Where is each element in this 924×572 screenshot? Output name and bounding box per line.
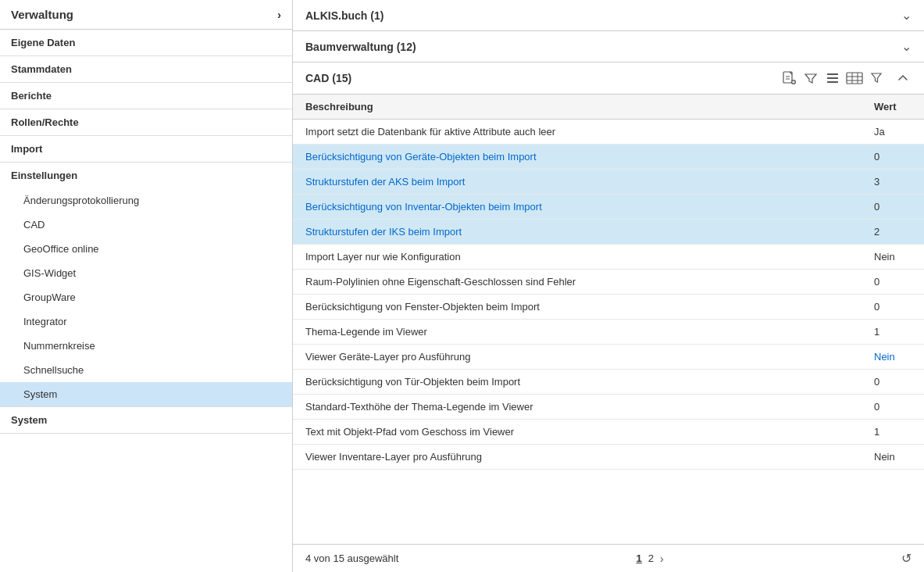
cell-beschreibung[interactable]: Berücksichtigung von Inventar-Objekten b… xyxy=(293,195,862,220)
cad-toolbar xyxy=(780,70,885,87)
svg-rect-9 xyxy=(847,73,862,84)
cell-wert: 0 xyxy=(862,370,924,395)
table-row[interactable]: Thema-Legende im Viewer1 xyxy=(293,320,924,345)
sidebar-item-berichte[interactable]: Berichte xyxy=(0,83,292,109)
sidebar-chevron: › xyxy=(277,8,281,21)
cad-table: Beschreibung Wert Import setzt die Daten… xyxy=(293,95,924,470)
table-row[interactable]: Berücksichtigung von Tür-Objekten beim I… xyxy=(293,370,924,395)
table-row[interactable]: Berücksichtigung von Inventar-Objekten b… xyxy=(293,195,924,220)
sidebar-item-cad[interactable]: CAD xyxy=(0,213,292,237)
cell-wert: 1 xyxy=(862,420,924,445)
sidebar-section-berichte: Berichte xyxy=(0,83,292,109)
selection-text: 4 von 15 ausgewählt xyxy=(305,552,398,564)
cell-beschreibung: Raum-Polylinien ohne Eigenschaft-Geschlo… xyxy=(293,270,862,295)
svg-rect-7 xyxy=(827,77,838,79)
cell-beschreibung: Standard-Texthöhe der Thema-Legende im V… xyxy=(293,395,862,420)
cell-wert: 0 xyxy=(862,270,924,295)
grid-icon[interactable] xyxy=(846,70,863,87)
cell-beschreibung: Viewer Geräte-Layer pro Ausführung xyxy=(293,345,862,370)
list-icon[interactable] xyxy=(824,70,841,87)
table-row[interactable]: Viewer Geräte-Layer pro AusführungNein xyxy=(293,345,924,370)
sidebar-item-eigene-daten[interactable]: Eigene Daten xyxy=(0,30,292,55)
sidebar-section-eigene-daten: Eigene Daten xyxy=(0,30,292,56)
cad-collapse-icon[interactable] xyxy=(894,70,912,87)
sidebar-header[interactable]: Verwaltung › xyxy=(0,0,292,30)
sidebar-item-import[interactable]: Import xyxy=(0,136,292,162)
cell-wert: 2 xyxy=(862,220,924,245)
cell-wert: 3 xyxy=(862,170,924,195)
table-row[interactable]: Raum-Polylinien ohne Eigenschaft-Geschlo… xyxy=(293,270,924,295)
sidebar-item-integrator[interactable]: Integrator xyxy=(0,309,292,334)
sidebar-item-einstellungen: Einstellungen xyxy=(0,163,292,188)
cad-section-header: CAD (15) xyxy=(293,63,924,95)
svg-rect-8 xyxy=(827,81,838,83)
alkis-section-header[interactable]: ALKIS.buch (1) ⌄ xyxy=(293,0,924,31)
table-row[interactable]: Berücksichtigung von Fenster-Objekten be… xyxy=(293,295,924,320)
main-content: ALKIS.buch (1) ⌄ Baumverwaltung (12) ⌄ C… xyxy=(293,0,924,572)
cell-beschreibung: Thema-Legende im Viewer xyxy=(293,320,862,345)
page-1-button[interactable]: 1 xyxy=(637,552,642,564)
cell-beschreibung: Viewer Inventare-Layer pro Ausführung xyxy=(293,445,862,470)
alkis-chevron-icon: ⌄ xyxy=(901,8,912,23)
cad-title: CAD (15) xyxy=(305,72,351,84)
next-page-button[interactable]: › xyxy=(660,552,664,565)
cell-wert: 0 xyxy=(862,395,924,420)
cell-beschreibung[interactable]: Berücksichtigung von Geräte-Objekten bei… xyxy=(293,145,862,170)
cell-wert: 0 xyxy=(862,145,924,170)
refresh-icon[interactable]: ↺ xyxy=(901,551,912,566)
table-body: Import setzt die Datenbank für aktive At… xyxy=(293,120,924,470)
sidebar-item-nummernkreise[interactable]: Nummernkreise xyxy=(0,334,292,358)
sidebar-section-system: System xyxy=(0,407,292,434)
funnel-icon[interactable] xyxy=(868,70,885,87)
table-footer: 4 von 15 ausgewählt 1 2 › ↺ xyxy=(293,544,924,572)
new-doc-icon[interactable] xyxy=(780,70,797,87)
sidebar-section-einstellungen: Einstellungen Änderungsprotokollierung C… xyxy=(0,163,292,407)
sidebar-item-geooffice-online[interactable]: GeoOffice online xyxy=(0,237,292,261)
table-row[interactable]: Strukturstufen der AKS beim Import3 xyxy=(293,170,924,195)
cell-wert[interactable]: Nein xyxy=(862,345,924,370)
table-row[interactable]: Strukturstufen der IKS beim Import2 xyxy=(293,220,924,245)
sidebar-title: Verwaltung xyxy=(11,8,73,21)
table-header-row: Beschreibung Wert xyxy=(293,95,924,120)
cad-section: CAD (15) xyxy=(293,63,924,572)
col-wert: Wert xyxy=(862,95,924,120)
table-row[interactable]: Berücksichtigung von Geräte-Objekten bei… xyxy=(293,145,924,170)
cell-beschreibung: Import Layer nur wie Konfiguration xyxy=(293,245,862,270)
table-row[interactable]: Text mit Objekt-Pfad vom Geschoss im Vie… xyxy=(293,420,924,445)
cell-wert: Ja xyxy=(862,120,924,145)
sidebar-item-rollen-rechte[interactable]: Rollen/Rechte xyxy=(0,109,292,135)
sidebar: Verwaltung › Eigene Daten Stammdaten Ber… xyxy=(0,0,293,572)
filter-icon[interactable] xyxy=(802,70,819,87)
cell-wert: 0 xyxy=(862,195,924,220)
cell-beschreibung[interactable]: Strukturstufen der AKS beim Import xyxy=(293,170,862,195)
svg-rect-6 xyxy=(827,73,838,75)
sidebar-section-stammdaten: Stammdaten xyxy=(0,56,292,83)
cell-wert: Nein xyxy=(862,245,924,270)
alkis-title: ALKIS.buch (1) xyxy=(305,9,384,22)
cell-beschreibung: Import setzt die Datenbank für aktive At… xyxy=(293,120,862,145)
table-row[interactable]: Viewer Inventare-Layer pro AusführungNei… xyxy=(293,445,924,470)
page-2-button[interactable]: 2 xyxy=(648,552,654,564)
sidebar-item-aenderungsprotokollierung[interactable]: Änderungsprotokollierung xyxy=(0,188,292,213)
cell-beschreibung: Berücksichtigung von Tür-Objekten beim I… xyxy=(293,370,862,395)
sidebar-item-gis-widget[interactable]: GIS-Widget xyxy=(0,261,292,285)
baumverwaltung-title: Baumverwaltung (12) xyxy=(305,41,416,53)
cell-wert: 1 xyxy=(862,320,924,345)
sidebar-item-groupware[interactable]: GroupWare xyxy=(0,285,292,309)
sidebar-item-schnellsuche[interactable]: Schnellsuche xyxy=(0,358,292,382)
table-row[interactable]: Import Layer nur wie KonfigurationNein xyxy=(293,245,924,270)
sidebar-item-stammdaten[interactable]: Stammdaten xyxy=(0,56,292,82)
sidebar-item-system-sub[interactable]: System xyxy=(0,382,292,406)
baumverwaltung-section-header[interactable]: Baumverwaltung (12) ⌄ xyxy=(293,31,924,63)
pagination: 1 2 › xyxy=(637,552,664,565)
cell-beschreibung[interactable]: Strukturstufen der IKS beim Import xyxy=(293,220,862,245)
table-row[interactable]: Import setzt die Datenbank für aktive At… xyxy=(293,120,924,145)
cell-beschreibung: Text mit Objekt-Pfad vom Geschoss im Vie… xyxy=(293,420,862,445)
col-beschreibung: Beschreibung xyxy=(293,95,862,120)
table-row[interactable]: Standard-Texthöhe der Thema-Legende im V… xyxy=(293,395,924,420)
sidebar-section-rollen-rechte: Rollen/Rechte xyxy=(0,109,292,136)
cell-wert: Nein xyxy=(862,445,924,470)
sidebar-section-import: Import xyxy=(0,136,292,163)
sidebar-item-system[interactable]: System xyxy=(0,407,292,433)
cad-table-container: Beschreibung Wert Import setzt die Daten… xyxy=(293,95,924,544)
